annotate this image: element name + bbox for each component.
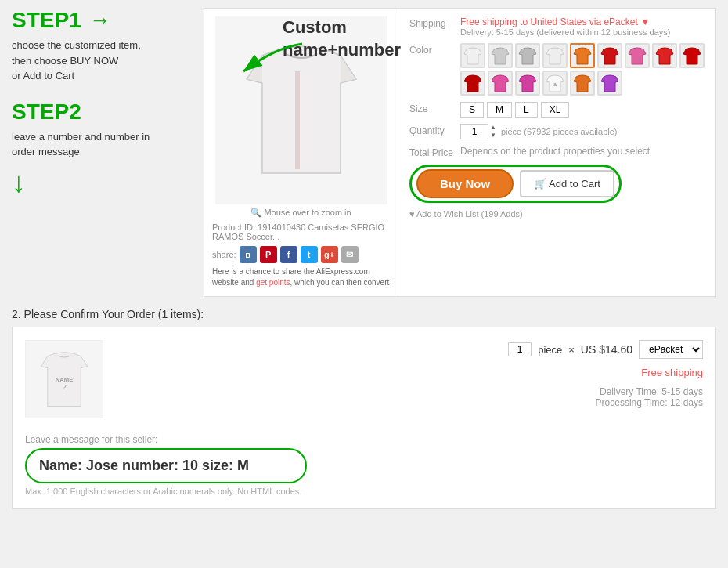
color-label: Color xyxy=(409,43,460,56)
social-email-button[interactable]: ✉ xyxy=(341,246,359,263)
color-swatch-red3[interactable] xyxy=(679,43,705,68)
total-label: Total Price xyxy=(409,146,460,158)
total-price-description: Depends on the product properties you se… xyxy=(460,146,650,157)
seller-message-label: Leave a message for this seller: xyxy=(25,434,703,445)
color-swatch-orange[interactable] xyxy=(570,43,595,68)
color-swatch-red2[interactable] xyxy=(652,43,677,68)
color-swatch-pink1[interactable] xyxy=(625,43,650,68)
quantity-row: Quantity ▲ ▼ piece (67932 pieces availab… xyxy=(409,124,705,139)
get-points-link[interactable]: get points xyxy=(256,278,290,287)
share-row: share: в P f t g+ ✉ xyxy=(212,246,390,263)
shipping-label: Shipping xyxy=(409,16,460,29)
product-details: Shipping Free shipping to United States … xyxy=(398,9,715,296)
color-swatch-pink3[interactable] xyxy=(515,71,540,96)
qty-price-row: piece × US $14.60 ePacket xyxy=(508,340,703,359)
quantity-arrows: ▲ ▼ xyxy=(490,124,496,139)
delivery-info: Delivery Time: 5-15 days Processing Time… xyxy=(596,386,703,408)
steps-left: STEP1 → choose the customized item, then… xyxy=(12,8,204,297)
step2-desc-line2: order message xyxy=(12,146,80,157)
step1-desc-line1: choose the customized item, xyxy=(12,39,141,51)
order-card: NAME ? piece × US $14.60 ePacket Free sh… xyxy=(12,327,716,509)
step1-desc-line3: or Add to Cart xyxy=(12,70,74,81)
size-l-button[interactable]: L xyxy=(515,102,538,118)
product-meta: Product ID: 1914010430 Camisetas SERGIO … xyxy=(212,222,390,241)
step2-label: STEP2 xyxy=(12,99,81,124)
share-description: Here is a chance to share the AliExpress… xyxy=(212,266,390,288)
product-card: Customname+number xyxy=(204,8,716,297)
quantity-description: piece (67932 pieces available) xyxy=(501,127,618,136)
color-swatch-pink2[interactable] xyxy=(488,71,513,96)
color-swatch-red1[interactable] xyxy=(597,43,622,68)
quantity-control: ▲ ▼ piece (67932 pieces available) xyxy=(460,124,618,139)
shipping-free-text: Free shipping to United States via ePack… xyxy=(460,16,705,27)
qty-down-arrow[interactable]: ▼ xyxy=(490,132,496,139)
main-container: STEP1 → choose the customized item, then… xyxy=(0,0,728,517)
step1-description: choose the customized item, then choose … xyxy=(12,38,196,84)
color-swatches: a xyxy=(460,43,705,96)
wishlist-label[interactable]: ♥ Add to Wish List (199 Adds) xyxy=(409,209,523,219)
size-s-button[interactable]: S xyxy=(460,102,484,118)
processing-time: Processing Time: 12 days xyxy=(596,397,703,408)
total-price-row: Total Price Depends on the product prope… xyxy=(409,146,705,158)
svg-text:a: a xyxy=(553,81,557,87)
product-image-area: 🔍 Mouse over to zoom in Product ID: 1914… xyxy=(204,9,398,296)
seller-message-section: Leave a message for this seller: Name: J… xyxy=(25,434,703,496)
order-confirm-title: 2. Please Confirm Your Order (1 items): xyxy=(12,308,716,320)
color-swatch-purple[interactable] xyxy=(597,71,622,96)
share-label: share: xyxy=(212,250,236,259)
qty-up-arrow[interactable]: ▲ xyxy=(490,124,496,132)
buy-now-button[interactable]: Buy Now xyxy=(416,169,514,198)
step1-heading: STEP1 → xyxy=(12,8,196,33)
color-swatch-orange2[interactable] xyxy=(570,71,595,96)
shipping-row: Shipping Free shipping to United States … xyxy=(409,16,705,37)
social-twitter-button[interactable]: t xyxy=(301,246,318,263)
action-buttons-area: Buy Now 🛒 Add to Cart xyxy=(409,165,705,203)
color-row: Color xyxy=(409,43,705,96)
step2-description: leave a number and number in order messa… xyxy=(12,129,196,160)
step1-label: STEP1 xyxy=(12,8,81,33)
color-swatch-lightgray[interactable] xyxy=(515,43,540,68)
social-facebook-button[interactable]: f xyxy=(280,246,297,263)
message-content[interactable]: Name: Jose number: 10 size: M xyxy=(39,458,293,474)
color-swatch-white2[interactable] xyxy=(542,43,568,68)
order-price: US $14.60 xyxy=(581,343,632,356)
color-swatch-gray1[interactable] xyxy=(488,43,513,68)
order-right: piece × US $14.60 ePacket Free shipping … xyxy=(508,340,703,408)
message-box-wrapper: Name: Jose number: 10 size: M xyxy=(25,448,307,483)
product-shirt-image xyxy=(215,16,387,204)
svg-text:?: ? xyxy=(62,383,66,391)
social-vk-button[interactable]: в xyxy=(240,246,257,263)
size-xl-button[interactable]: XL xyxy=(541,102,570,118)
shipping-method-select[interactable]: ePacket xyxy=(639,340,703,359)
color-swatch-white1[interactable] xyxy=(460,43,485,68)
size-buttons: S M L XL xyxy=(460,102,569,118)
step1-desc-line2: then choose BUY NOW xyxy=(12,55,118,67)
step2-desc-line1: leave a number and number in xyxy=(12,131,150,143)
color-swatch-white3[interactable]: a xyxy=(542,71,568,96)
piece-label: piece xyxy=(538,344,562,356)
color-swatch-red4[interactable] xyxy=(460,71,485,96)
order-thumbnail: NAME ? xyxy=(25,340,103,418)
quantity-label: Quantity xyxy=(409,124,460,136)
shirt-svg xyxy=(239,32,364,189)
order-qty-input[interactable] xyxy=(508,342,532,356)
add-to-cart-button[interactable]: 🛒 Add to Cart xyxy=(520,170,614,197)
social-google-plus-button[interactable]: g+ xyxy=(321,246,338,263)
message-hint: Max. 1,000 English characters or Arabic … xyxy=(25,487,703,496)
size-m-button[interactable]: M xyxy=(487,102,512,118)
down-arrow-icon: ↓ xyxy=(12,166,196,199)
buy-now-circle: Buy Now 🛒 Add to Cart xyxy=(409,165,622,203)
delivery-time: Delivery Time: 5-15 days xyxy=(596,386,703,397)
quantity-input[interactable] xyxy=(460,124,488,139)
wishlist-row: ♥ Add to Wish List (199 Adds) xyxy=(409,209,705,219)
steps-product-row: STEP1 → choose the customized item, then… xyxy=(12,8,716,297)
multiply-symbol: × xyxy=(568,344,575,356)
size-label: Size xyxy=(409,102,460,114)
order-thumb-shirt-svg: NAME ? xyxy=(37,346,92,413)
zoom-text: 🔍 Mouse over to zoom in xyxy=(212,208,390,218)
shipping-days-text: Delivery: 5-15 days (delivered within 12… xyxy=(460,27,705,37)
social-pinterest-button[interactable]: P xyxy=(260,246,277,263)
step1-arrow: → xyxy=(89,8,111,33)
svg-text:NAME: NAME xyxy=(56,375,74,382)
order-row: NAME ? piece × US $14.60 ePacket Free sh… xyxy=(25,340,703,418)
